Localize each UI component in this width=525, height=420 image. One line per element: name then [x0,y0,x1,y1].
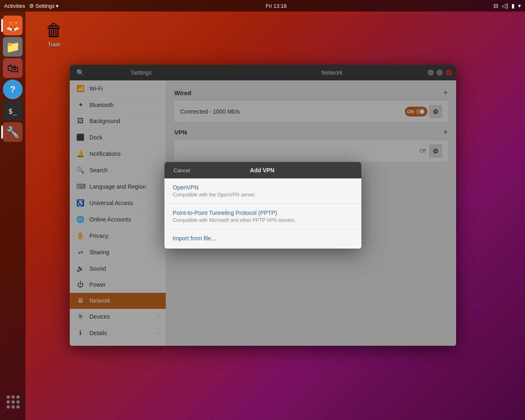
activities-button[interactable]: Activities [2,3,27,9]
vpn-option-import[interactable]: Import from file... [164,229,361,249]
app-menu-arrow-icon: ▾ [56,3,59,9]
tray-sound-icon[interactable]: ◁) [502,2,508,9]
taskbar: 🦊 📁 🛍 ? $_ 🔧 [0,11,25,420]
settings-window: 🔍 Settings Network — □ ✕ 📶 Wi-Fi ✦ [70,65,456,346]
trash-label: Trash [48,42,60,48]
vpn-option-pptp[interactable]: Point-to-Point Tunneling Protocol (PPTP)… [164,204,361,229]
taskbar-files[interactable]: 📁 [3,37,23,57]
add-vpn-dialog: Cancel Add VPN OpenVPN Compatible with t… [164,162,361,249]
modal-overlay: Cancel Add VPN OpenVPN Compatible with t… [70,65,456,346]
taskbar-software[interactable]: 🛍 [3,58,23,78]
openvpn-title: OpenVPN [173,184,353,191]
dialog-titlebar: Cancel Add VPN [164,162,361,178]
dialog-body: OpenVPN Compatible with the OpenVPN serv… [164,178,361,249]
vpn-option-openvpn[interactable]: OpenVPN Compatible with the OpenVPN serv… [164,178,361,204]
import-title: Import from file... [173,235,353,242]
app-menu[interactable]: ⚙ Settings ▾ [29,3,59,9]
taskbar-help[interactable]: ? [3,80,23,99]
tray-network-icon[interactable]: ⊟ [493,2,498,9]
app-menu-label: Settings [35,3,55,9]
app-menu-gear-icon: ⚙ [29,3,34,9]
tray-battery-icon[interactable]: ▮ [511,2,515,9]
tray-dropdown-icon[interactable]: ▾ [518,2,521,9]
taskbar-terminal[interactable]: $_ [3,101,23,121]
taskbar-firefox[interactable]: 🦊 [3,16,23,35]
pptp-title: Point-to-Point Tunneling Protocol (PPTP) [173,210,353,216]
clock: Fri 13:18 [266,3,287,9]
trash-icon: 🗑 [46,21,63,40]
top-panel: Activities ⚙ Settings ▾ Fri 13:18 ⊟ ◁) ▮… [0,0,525,11]
dialog-title: Add VPN [193,167,331,173]
dialog-cancel-button[interactable]: Cancel [170,166,193,175]
pptp-desc: Compatible with Microsoft and other PPTP… [173,217,353,223]
taskbar-settings[interactable]: 🔧 [3,122,23,142]
openvpn-desc: Compatible with the OpenVPN server. [173,192,353,198]
trash-desktop-icon[interactable]: 🗑 Trash [38,21,71,48]
